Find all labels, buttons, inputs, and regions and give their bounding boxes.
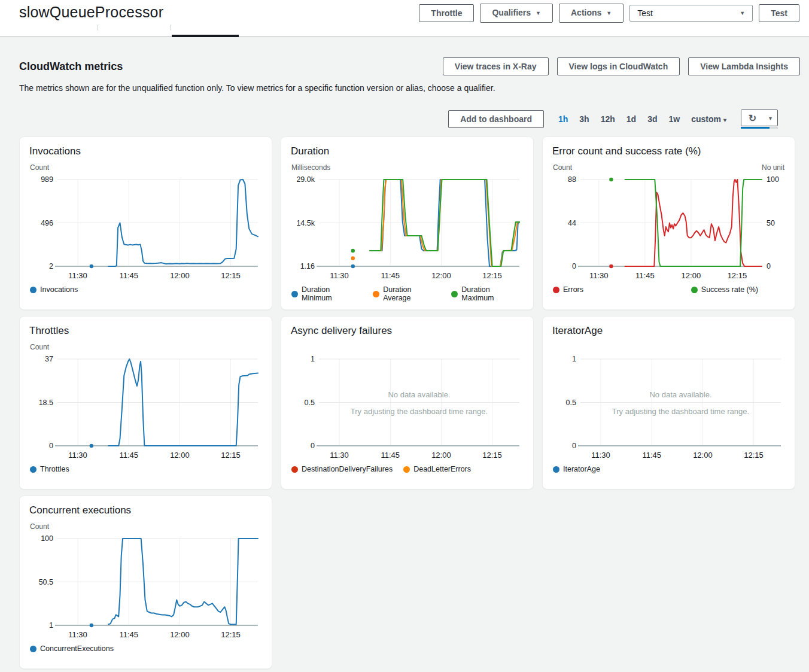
chart-unit-row: Count — [30, 163, 261, 172]
legend-label: DestinationDeliveryFailures — [302, 465, 393, 473]
chevron-down-icon: ▾ — [723, 117, 726, 123]
svg-text:496: 496 — [41, 219, 53, 227]
legend-label: ConcurrentExecutions — [40, 644, 114, 653]
svg-text:44: 44 — [568, 219, 576, 227]
chart-plot[interactable]: 10.5011:3011:4512:0012:15No data availab… — [290, 353, 525, 463]
svg-text:11:45: 11:45 — [642, 451, 661, 460]
legend-item[interactable]: ConcurrentExecutions — [30, 644, 114, 653]
svg-text:88: 88 — [568, 175, 576, 184]
range-option-1h[interactable]: 1h — [558, 114, 568, 124]
chart-card-errors-success: Error count and success rate (%) Count N… — [542, 136, 795, 310]
chart-legend: ErrorsSuccess rate (%) — [553, 285, 786, 294]
legend-label: Duration Minimum — [302, 285, 362, 302]
custom-label: custom — [691, 114, 721, 124]
svg-text:0.5: 0.5 — [566, 399, 576, 407]
svg-text:11:30: 11:30 — [68, 271, 87, 280]
range-option-1d[interactable]: 1d — [626, 114, 636, 124]
svg-text:2: 2 — [49, 262, 53, 270]
legend-item[interactable]: IteratorAge — [553, 465, 600, 473]
chart-plot[interactable]: 989496211:3011:4512:0012:15 — [29, 174, 264, 284]
svg-text:0: 0 — [311, 442, 315, 450]
chart-unit-row: Count No unit — [553, 163, 784, 172]
legend-marker — [30, 466, 37, 473]
legend-label: Throttles — [40, 465, 69, 473]
svg-text:11:45: 11:45 — [119, 451, 138, 460]
legend-item[interactable]: Duration Minimum — [291, 285, 362, 302]
chart-unit-row — [553, 343, 784, 352]
svg-text:12:00: 12:00 — [693, 451, 713, 460]
svg-text:12:00: 12:00 — [682, 271, 701, 280]
legend-item[interactable]: Duration Maximum — [451, 285, 524, 302]
svg-text:12:15: 12:15 — [482, 451, 502, 460]
legend-item[interactable]: Success rate (%) — [691, 285, 758, 294]
qualifiers-button[interactable]: Qualifiers▼ — [480, 4, 553, 23]
legend-item[interactable]: Errors — [553, 285, 583, 294]
legend-item[interactable]: DeadLetterErrors — [403, 465, 471, 473]
chart-plot[interactable]: 3718.5011:3011:4512:0012:15 — [29, 353, 264, 463]
svg-text:11:45: 11:45 — [119, 630, 138, 639]
legend-marker — [553, 287, 559, 293]
tab-separator — [171, 25, 171, 31]
svg-text:100: 100 — [41, 534, 53, 543]
svg-text:11:30: 11:30 — [68, 451, 87, 460]
throttle-button[interactable]: Throttle — [419, 4, 474, 22]
active-tab-underline[interactable] — [172, 35, 239, 37]
svg-text:12:15: 12:15 — [221, 451, 241, 460]
view-logs-cloudwatch-button[interactable]: View logs in CloudWatch — [557, 57, 680, 75]
actions-button[interactable]: Actions▼ — [559, 4, 624, 23]
chart-plot[interactable]: 8844010050011:3011:4512:0012:15 — [552, 174, 787, 284]
charts-grid: Invocations Count 989496211:3011:4512:00… — [19, 136, 800, 669]
svg-text:11:30: 11:30 — [589, 271, 609, 280]
range-option-1w[interactable]: 1w — [668, 114, 680, 124]
time-range-selector: 1h 3h 12h 1d 3d 1w custom▾ — [558, 114, 726, 124]
test-event-select[interactable]: Test▼ — [629, 5, 753, 22]
svg-text:18.5: 18.5 — [39, 399, 53, 407]
chart-unit-row: Milliseconds — [291, 163, 523, 172]
legend-marker — [291, 291, 298, 297]
refresh-options-button[interactable]: ▾ — [764, 110, 777, 126]
add-to-dashboard-button[interactable]: Add to dashboard — [448, 110, 544, 128]
svg-text:1.16: 1.16 — [300, 262, 315, 270]
legend-item[interactable]: Invocations — [30, 285, 78, 294]
svg-text:50: 50 — [767, 219, 775, 227]
test-button[interactable]: Test — [759, 4, 799, 22]
legend-item[interactable]: Throttles — [30, 465, 69, 473]
chart-unit-left: Count — [30, 163, 49, 172]
legend-marker — [451, 291, 458, 297]
metrics-description: The metrics shown are for the unqualifie… — [19, 83, 800, 93]
chart-unit-row: Count — [30, 343, 261, 352]
chart-unit-row: Count — [30, 522, 261, 531]
range-option-3d[interactable]: 3d — [647, 114, 657, 124]
chart-plot[interactable]: 29.0k14.5k1.1611:3011:4512:0012:15 — [290, 174, 525, 284]
chevron-down-icon: ▼ — [606, 8, 612, 19]
svg-text:29.0k: 29.0k — [296, 175, 315, 184]
legend-label: Duration Average — [383, 285, 440, 302]
test-event-value: Test — [637, 8, 653, 18]
refresh-button[interactable]: ↻ — [741, 110, 764, 126]
view-traces-xray-button[interactable]: View traces in X-Ray — [443, 57, 549, 75]
legend-item[interactable]: Duration Average — [373, 285, 440, 302]
svg-text:12:00: 12:00 — [170, 271, 190, 280]
refresh-split-button: ↻ ▾ — [741, 110, 778, 126]
range-option-custom[interactable]: custom▾ — [691, 114, 726, 124]
svg-text:11:45: 11:45 — [381, 271, 400, 280]
range-option-12h[interactable]: 12h — [601, 114, 615, 124]
legend-item[interactable]: DestinationDeliveryFailures — [291, 465, 393, 473]
svg-text:No data available.: No data available. — [388, 390, 450, 399]
chart-unit-left: Milliseconds — [291, 163, 330, 172]
view-lambda-insights-button[interactable]: View Lambda Insights — [688, 57, 800, 75]
svg-text:12:15: 12:15 — [482, 271, 502, 280]
range-option-3h[interactable]: 3h — [579, 114, 589, 124]
svg-text:0: 0 — [572, 442, 576, 450]
chart-legend: IteratorAge — [553, 465, 786, 473]
chart-plot[interactable]: 10.5011:3011:4512:0012:15No data availab… — [552, 353, 787, 463]
svg-text:14.5k: 14.5k — [296, 219, 315, 227]
chart-legend: Invocations — [30, 285, 263, 294]
chart-plot[interactable]: 10050.5111:3011:4512:0012:15 — [29, 533, 264, 643]
function-header: slowQueueProcessor Throttle Qualifiers▼ … — [0, 0, 809, 23]
metrics-section-actions: View traces in X-Ray View logs in CloudW… — [443, 57, 800, 75]
svg-text:11:30: 11:30 — [330, 271, 349, 280]
legend-label: Errors — [563, 285, 583, 294]
chart-title: Duration — [291, 145, 524, 157]
chart-title: Concurrent executions — [29, 504, 263, 516]
